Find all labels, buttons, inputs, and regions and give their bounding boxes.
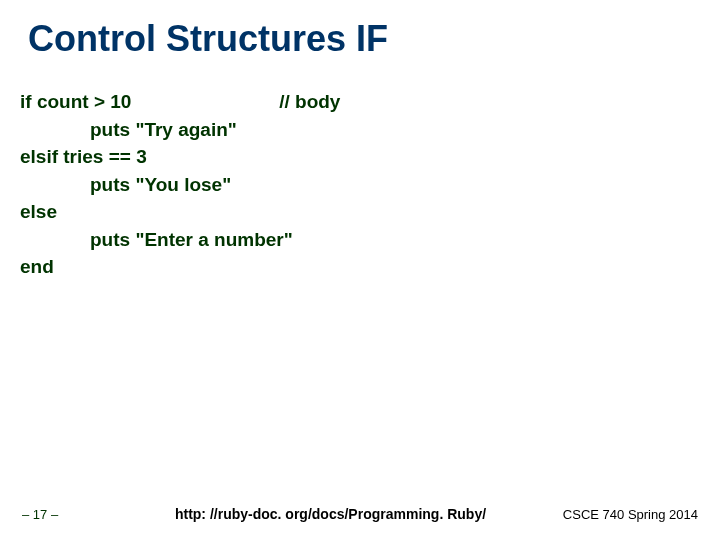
code-line-1: if count > 10 // body <box>20 88 720 116</box>
code-line-5: else <box>20 198 720 226</box>
code-line-2: puts "Try again" <box>20 116 720 144</box>
code-line-6: puts "Enter a number" <box>20 226 720 254</box>
code-line-7: end <box>20 253 720 281</box>
slide-title: Control Structures IF <box>0 0 720 60</box>
footer-link: http: //ruby-doc. org/docs/Programming. … <box>58 506 563 522</box>
code-if: if count > 10 <box>20 91 131 112</box>
code-block: if count > 10 // body puts "Try again" e… <box>0 60 720 281</box>
code-line-3: elsif tries == 3 <box>20 143 720 171</box>
code-comment: // body <box>279 88 340 116</box>
course-label: CSCE 740 Spring 2014 <box>563 507 698 522</box>
footer: – 17 – http: //ruby-doc. org/docs/Progra… <box>0 506 720 522</box>
code-line-4: puts "You lose" <box>20 171 720 199</box>
page-number: – 17 – <box>22 507 58 522</box>
